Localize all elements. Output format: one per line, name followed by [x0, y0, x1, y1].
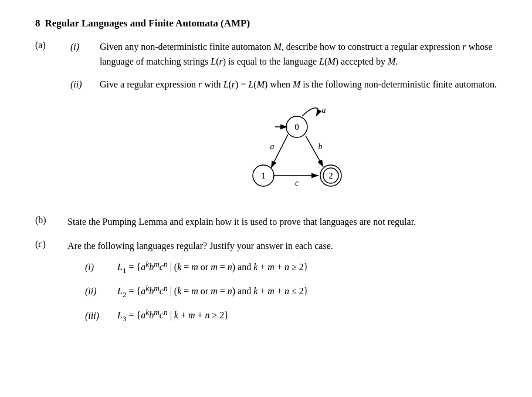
- part-c: (c) Are the following languages regular?…: [35, 239, 503, 331]
- part-a-i-text: Given any non-deterministic finite autom…: [100, 40, 503, 69]
- part-a-label-text: (a): [35, 40, 46, 50]
- part-c-i-text: L1 = {akbmcn | (k = m or m = n) and k + …: [117, 258, 308, 277]
- edge-0-2-label: b: [318, 142, 322, 151]
- part-c-label: (c): [35, 239, 67, 250]
- edge-1-2-label: c: [294, 179, 299, 187]
- self-loop-0-label: a: [321, 106, 326, 115]
- part-a-label: (a): [35, 40, 70, 51]
- part-a-ii-label: (ii): [70, 78, 100, 92]
- part-b: (b) State the Pumping Lemma and explain …: [35, 215, 503, 230]
- main-title: Regular Languages and Finite Automata (A…: [45, 18, 250, 29]
- state-0-label: 0: [294, 122, 299, 132]
- automaton-diagram: 0 1 2 a a b: [94, 102, 503, 196]
- edge-0-1-label: a: [270, 142, 274, 151]
- automaton-svg: 0 1 2 a a b: [231, 102, 366, 196]
- edge-0-1: [271, 134, 288, 168]
- part-a-content: (i) Given any non-deterministic finite a…: [70, 40, 503, 207]
- part-c-iii-text: L3 = {akbmcn | k + m + n ≥ 2}: [117, 307, 229, 325]
- part-c-ii: (ii) L2 = {akbmcn | (k = m or m = n) and…: [85, 282, 503, 301]
- part-c-items: (i) L1 = {akbmcn | (k = m or m = n) and …: [85, 258, 503, 325]
- part-c-i-label: (i): [85, 260, 117, 275]
- part-c-iii-label: (iii): [85, 309, 117, 324]
- self-loop-0: [302, 108, 318, 116]
- part-c-iii: (iii) L3 = {akbmcn | k + m + n ≥ 2}: [85, 307, 503, 325]
- problem-number: 8: [35, 18, 40, 29]
- part-b-text: State the Pumping Lemma and explain how …: [67, 215, 503, 230]
- part-c-i: (i) L1 = {akbmcn | (k = m or m = n) and …: [85, 258, 503, 277]
- edge-0-2: [306, 136, 323, 167]
- part-c-content: Are the following languages regular? Jus…: [67, 239, 503, 331]
- part-a-i-label: (i): [70, 40, 100, 55]
- part-a-i: (i) Given any non-deterministic finite a…: [70, 40, 503, 69]
- part-a-ii: (ii) Give a regular expression r with L(…: [70, 78, 503, 92]
- state-2-label: 2: [328, 171, 333, 180]
- part-a: (a) (i) Given any non-deterministic fini…: [35, 40, 503, 207]
- part-b-label: (b): [35, 215, 67, 226]
- page-content: 8 Regular Languages and Finite Automata …: [35, 18, 503, 331]
- part-a-ii-text: Give a regular expression r with L(r) = …: [100, 78, 503, 92]
- state-1-label: 1: [261, 171, 266, 180]
- part-c-ii-label: (ii): [85, 284, 117, 299]
- part-c-intro: Are the following languages regular? Jus…: [67, 239, 503, 254]
- part-c-ii-text: L2 = {akbmcn | (k = m or m = n) and k + …: [117, 282, 308, 301]
- problem-header: 8 Regular Languages and Finite Automata …: [35, 18, 503, 29]
